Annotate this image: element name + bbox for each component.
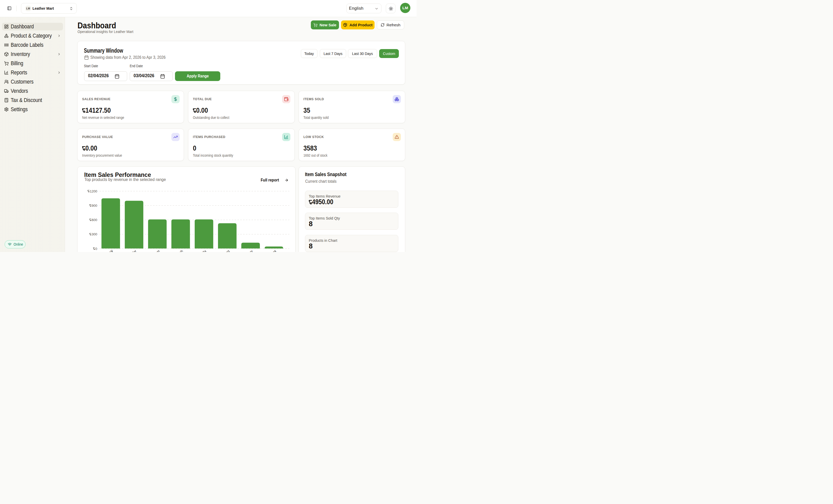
svg-text:0: 0: [95, 247, 97, 251]
svg-text:Diary: Diary: [245, 249, 254, 252]
svg-text:Loafer: Loafer: [127, 249, 137, 252]
svg-text:Item: Item: [153, 249, 160, 252]
svg-text:Bokra: Bokra: [268, 249, 277, 252]
svg-text:Belt XLW: Belt XLW: [101, 249, 114, 252]
svg-text:900: 900: [92, 204, 97, 207]
svg-text:Handbag: Handbag: [217, 249, 230, 252]
svg-text:1200: 1200: [90, 190, 97, 193]
svg-text:Bag 18x: Bag 18x: [195, 249, 207, 252]
svg-text:600: 600: [92, 218, 97, 222]
svg-text:Pouch: Pouch: [174, 249, 184, 252]
svg-text:300: 300: [92, 232, 97, 236]
